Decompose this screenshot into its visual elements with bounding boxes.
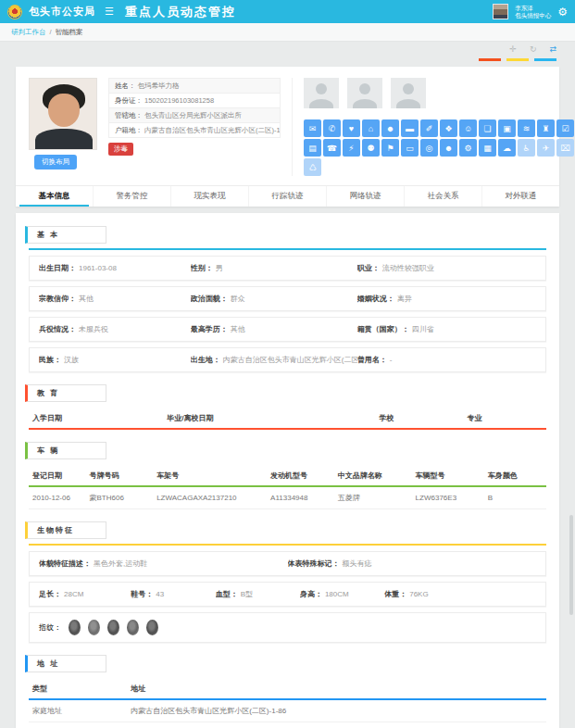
tab-external-contact[interactable]: 对外联通 bbox=[481, 186, 559, 207]
veh-col-model: 车辆型号 bbox=[412, 465, 484, 486]
phone-icon[interactable]: ✆ bbox=[323, 119, 341, 137]
edu-col-school: 学校 bbox=[376, 408, 464, 429]
tag-icon[interactable]: ⚑ bbox=[381, 139, 399, 157]
education-icon[interactable]: ✐ bbox=[420, 119, 438, 137]
fingerprint-label: 指纹： bbox=[39, 622, 61, 633]
tab-real-performance[interactable]: 现实表现 bbox=[170, 186, 248, 207]
appearance-value: 黑色外套,运动鞋 bbox=[94, 559, 147, 568]
ethnicity-value: 汉族 bbox=[64, 356, 79, 364]
trash-icon[interactable]: ♺ bbox=[304, 158, 321, 176]
chat-icon[interactable]: ✉ bbox=[304, 119, 321, 137]
section-vehicle-title: 车 辆 bbox=[25, 442, 106, 459]
media-panel: ✉ ✆ ♥ ⌂ ☻ ▬ ✐ ❖ ☺ ❏ ▣ ≋ ♜ ☑ ▤ ☎ ⚡ ⚉ ⚑ ▭ bbox=[292, 78, 574, 176]
hotel-icon[interactable]: ▬ bbox=[401, 119, 419, 137]
veh-reg-date: 2010-12-06 bbox=[29, 486, 85, 509]
wifi-icon[interactable]: ≋ bbox=[518, 119, 535, 137]
foot-length-value: 28CM bbox=[64, 590, 83, 598]
plane-icon[interactable]: ✈ bbox=[537, 139, 555, 157]
military-label: 兵役情况： bbox=[39, 325, 76, 333]
photo-placeholder[interactable] bbox=[347, 78, 382, 108]
user-icon[interactable]: ☻ bbox=[440, 139, 457, 157]
section-education-title: 教 育 bbox=[25, 384, 106, 402]
id-card-icon[interactable]: ▤ bbox=[304, 139, 321, 157]
addr-value: 内蒙古自治区包头市青山区光辉小区(二区)-1-86 bbox=[127, 699, 546, 722]
users-icon[interactable]: ☻ bbox=[381, 119, 399, 137]
signal-icon[interactable]: ⚡ bbox=[343, 139, 360, 157]
file-icon[interactable]: ❏ bbox=[479, 119, 496, 137]
fingerprint-row: 指纹： bbox=[29, 612, 546, 643]
cloud-icon[interactable]: ☁ bbox=[498, 139, 516, 157]
veh-col-reg-date: 登记日期 bbox=[29, 465, 85, 486]
user-org: 包头情报中心 bbox=[515, 12, 551, 19]
blue-bar bbox=[534, 58, 556, 61]
field-name-value: 包玛希毕力格 bbox=[138, 82, 180, 91]
tab-police-control[interactable]: 警务管控 bbox=[93, 186, 170, 207]
tab-social-relations[interactable]: 社会关系 bbox=[404, 186, 481, 207]
telephone-icon[interactable]: ☎ bbox=[323, 139, 341, 157]
taxi-icon[interactable]: ⚉ bbox=[362, 139, 380, 157]
fullscreen-icon[interactable]: ✛ bbox=[509, 44, 517, 54]
bank-card-icon[interactable]: ▦ bbox=[479, 139, 496, 157]
veh-plate: 蒙BTH606 bbox=[85, 486, 153, 509]
biometric-row: 体貌特征描述：黑色外套,运动鞋 体表特殊标记：额头有痣 bbox=[29, 551, 546, 576]
education-level-label: 最高学历： bbox=[191, 325, 228, 333]
section-vehicle: 车 辆 登记日期 号牌号码 车架号 发动机型号 中文品牌名称 车辆型号 车身颜色… bbox=[25, 440, 550, 509]
breadcrumb-parent[interactable]: 研判工作台 bbox=[11, 28, 46, 37]
resize-icon[interactable]: ⇄ bbox=[549, 44, 556, 54]
car-icon[interactable]: ❖ bbox=[440, 119, 457, 137]
occupation-value: 流动性较强职业 bbox=[382, 264, 434, 272]
check-icon[interactable]: ☑ bbox=[556, 119, 574, 137]
bed-icon[interactable]: ▭ bbox=[401, 139, 419, 157]
hamburger-menu-icon[interactable]: ☰ bbox=[105, 6, 114, 18]
field-jurisdiction-label: 管辖地： bbox=[115, 111, 143, 120]
wheelchair-icon[interactable]: ♿ bbox=[518, 139, 535, 157]
person-icon[interactable]: ☺ bbox=[459, 119, 477, 137]
scrollbar-thumb[interactable] bbox=[569, 515, 573, 615]
photo-placeholder[interactable] bbox=[391, 78, 426, 108]
military-value: 未服兵役 bbox=[79, 325, 108, 333]
refresh-icon[interactable]: ↻ bbox=[530, 44, 537, 54]
profile-tabs: 基本信息 警务管控 现实表现 行踪轨迹 网络轨迹 社会关系 对外联通 bbox=[16, 185, 559, 207]
user-avatar[interactable] bbox=[493, 4, 508, 19]
tab-basic-info[interactable]: 基本信息 bbox=[16, 186, 93, 207]
home-icon[interactable]: ⌂ bbox=[362, 119, 380, 137]
veh-engine: A11334948 bbox=[267, 486, 334, 509]
section-biometric-title: 生物特征 bbox=[25, 521, 106, 539]
image-icon[interactable]: ▣ bbox=[498, 119, 516, 137]
switch-layout-button[interactable]: 切换布局 bbox=[34, 155, 77, 169]
settings-gear-icon[interactable]: ⚙ bbox=[557, 6, 568, 19]
luggage-icon[interactable]: ⌧ bbox=[556, 139, 574, 157]
bank-icon[interactable]: ♜ bbox=[537, 119, 555, 137]
section-education: 教 育 入学日期 毕业/离校日期 学校 专业 bbox=[25, 383, 550, 430]
marital-label: 婚姻状况： bbox=[357, 295, 394, 303]
birthplace-value: 内蒙古自治区包头市青山区光辉小区(二区)-1-86 bbox=[223, 356, 357, 364]
app-header: 包头市公安局 ☰ 重点人员动态管控 李东泽 包头情报中心 ⚙ bbox=[0, 0, 575, 23]
section-address-title: 地 址 bbox=[25, 655, 106, 672]
section-biometric: 生物特征 体貌特征描述：黑色外套,运动鞋 体表特殊标记：额头有痣 足长：28CM… bbox=[25, 520, 550, 643]
body-mark-value: 额头有痣 bbox=[343, 559, 372, 568]
vehicle-icon[interactable]: ⚙ bbox=[459, 139, 477, 157]
field-jurisdiction: 管辖地： 包头青山区分局光辉小区派出所 bbox=[108, 107, 281, 122]
religion-label: 宗教信仰： bbox=[39, 295, 76, 303]
ethnicity-label: 民族： bbox=[39, 356, 61, 364]
user-meta[interactable]: 李东泽 包头情报中心 bbox=[515, 5, 551, 19]
address-row: 家庭地址 内蒙古自治区包头市青山区光辉小区(二区)-1-86 bbox=[29, 699, 546, 722]
veh-color: B bbox=[484, 486, 546, 509]
page-title: 重点人员动态管控 bbox=[125, 4, 236, 20]
photo-placeholder[interactable] bbox=[304, 78, 339, 108]
foot-length-label: 足长： bbox=[39, 590, 61, 598]
record-icon[interactable]: ◎ bbox=[420, 139, 438, 157]
field-id-label: 身份证： bbox=[115, 96, 143, 106]
field-id-number: 身份证： 150202196103081258 bbox=[108, 93, 281, 107]
biometric-row: 足长：28CM 鞋号：43 血型：B型 身高：180CM 体重：76KG bbox=[29, 582, 546, 607]
heart-icon[interactable]: ♥ bbox=[343, 119, 360, 137]
veh-brand: 五菱牌 bbox=[334, 486, 412, 509]
photo-thumbnails bbox=[304, 78, 574, 108]
veh-col-engine: 发动机型号 bbox=[267, 465, 334, 486]
police-badge-logo bbox=[7, 5, 22, 19]
data-category-icon-grid: ✉ ✆ ♥ ⌂ ☻ ▬ ✐ ❖ ☺ ❏ ▣ ≋ ♜ ☑ ▤ ☎ ⚡ ⚉ ⚑ ▭ bbox=[304, 119, 574, 176]
tab-movement-track[interactable]: 行踪轨迹 bbox=[248, 186, 326, 207]
gender-value: 男 bbox=[216, 264, 223, 272]
political-value: 群众 bbox=[231, 295, 245, 303]
tab-network-track[interactable]: 网络轨迹 bbox=[326, 186, 404, 207]
